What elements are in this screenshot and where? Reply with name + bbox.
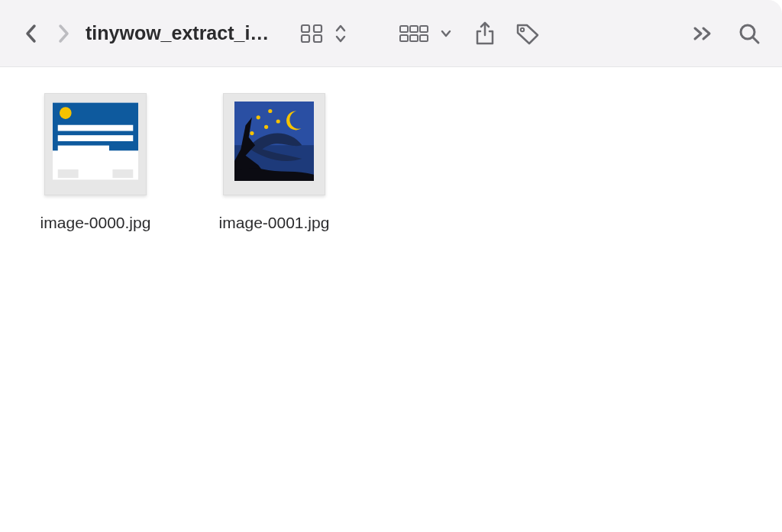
svg-rect-8 [410, 35, 418, 41]
tag-icon [515, 22, 541, 45]
file-thumbnail [44, 93, 147, 195]
chevron-right-icon [56, 22, 71, 45]
svg-point-24 [257, 115, 260, 119]
file-item[interactable]: image-0000.jpg [31, 93, 160, 232]
svg-point-26 [264, 125, 268, 129]
group-by-button[interactable] [396, 19, 432, 48]
search-icon [738, 22, 761, 45]
svg-rect-3 [314, 35, 322, 42]
thumbnail-image-icon [53, 102, 138, 181]
svg-rect-4 [400, 26, 408, 32]
file-thumbnail [223, 93, 325, 195]
tags-button[interactable] [512, 18, 544, 50]
group-by-group [396, 19, 455, 48]
group-grid-icon [399, 24, 429, 44]
svg-point-27 [276, 119, 280, 123]
svg-point-25 [268, 109, 272, 113]
nav-group [18, 18, 76, 49]
chevron-left-icon [24, 22, 39, 45]
svg-rect-21 [112, 169, 133, 178]
svg-rect-20 [58, 169, 79, 178]
file-name-label: image-0000.jpg [40, 214, 151, 232]
search-button[interactable] [735, 18, 764, 50]
grid-icon [299, 23, 324, 44]
folder-title[interactable]: tinywow_extract_i… [86, 22, 269, 44]
file-item[interactable]: image-0001.jpg [209, 93, 339, 232]
svg-rect-6 [420, 26, 428, 32]
svg-rect-7 [400, 35, 408, 41]
svg-rect-0 [302, 25, 309, 32]
finder-toolbar: tinywow_extract_i… [0, 0, 782, 67]
svg-rect-1 [314, 25, 322, 32]
svg-point-11 [521, 27, 524, 31]
share-icon [473, 21, 496, 47]
right-tools [689, 18, 764, 50]
svg-point-16 [60, 107, 72, 119]
group-by-dropdown[interactable] [437, 24, 455, 44]
svg-point-28 [250, 131, 254, 135]
chevron-down-icon [440, 28, 452, 39]
svg-rect-17 [58, 125, 134, 131]
svg-rect-5 [410, 26, 418, 32]
svg-rect-9 [420, 35, 428, 41]
file-name-label: image-0001.jpg [219, 214, 330, 232]
svg-line-13 [753, 37, 758, 43]
chevron-double-right-icon [692, 25, 713, 42]
svg-rect-2 [302, 35, 309, 42]
thumbnail-image-icon [231, 102, 317, 181]
view-sort-button[interactable] [331, 18, 350, 49]
back-button[interactable] [18, 18, 44, 49]
file-grid[interactable]: image-0000.jpg image-0001.jpg [0, 67, 782, 258]
view-mode-group [296, 18, 350, 49]
share-button[interactable] [470, 16, 499, 51]
svg-rect-18 [58, 135, 134, 141]
chevron-up-down-icon [334, 23, 347, 44]
overflow-button[interactable] [689, 21, 716, 47]
forward-button[interactable] [50, 18, 76, 49]
svg-rect-19 [58, 146, 109, 152]
icon-view-button[interactable] [296, 18, 327, 49]
